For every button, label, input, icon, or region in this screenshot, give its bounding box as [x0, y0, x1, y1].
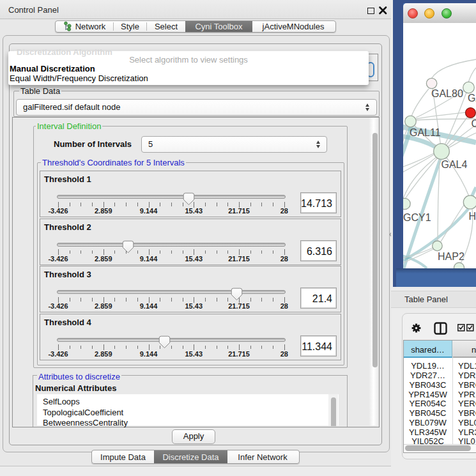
svg-text:HAP2: HAP2: [438, 251, 464, 262]
svg-text:C: C: [472, 118, 476, 129]
svg-text:GCY1: GCY1: [403, 212, 431, 223]
svg-text:GA: GA: [468, 93, 476, 104]
svg-text:GAL80: GAL80: [431, 88, 463, 99]
svg-text:GAL4: GAL4: [441, 159, 468, 170]
svg-text:H: H: [469, 211, 476, 222]
svg-text:GAL11: GAL11: [410, 127, 441, 138]
